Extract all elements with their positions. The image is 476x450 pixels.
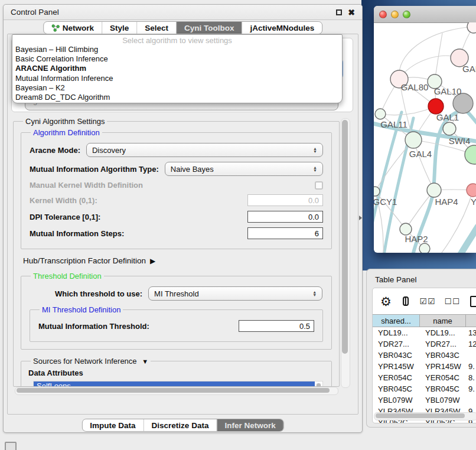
tab-select[interactable]: Select bbox=[136, 22, 176, 34]
network-node-swi4[interactable] bbox=[465, 145, 476, 164]
table-cell: 8. bbox=[466, 373, 476, 382]
document-icon[interactable] bbox=[470, 296, 476, 307]
table-cell: YBR043C bbox=[373, 351, 420, 360]
node-table: shared...name YDL19...YDL19...13YDR27...… bbox=[373, 314, 476, 423]
kernel-width-field: 0.0 bbox=[247, 194, 323, 206]
tab-label: Impute Data bbox=[90, 421, 135, 430]
split-column-icon[interactable] bbox=[403, 296, 409, 306]
collapsed-panel-icon[interactable] bbox=[5, 442, 17, 450]
mi-type-label: Mutual Information Algorithm Type: bbox=[30, 165, 159, 174]
table-cell: YBL079W bbox=[373, 396, 420, 405]
table-cell: YPR145W bbox=[420, 362, 466, 371]
which-threshold-select[interactable]: MI Threshold ▲▼ bbox=[148, 286, 322, 301]
table-row[interactable]: YDL19...YDL19...13 bbox=[373, 327, 476, 338]
mi-algorithm-type-select[interactable]: Naive Bayes ▲▼ bbox=[165, 162, 323, 176]
tab-label: Discretize Data bbox=[152, 421, 209, 430]
tab-jactivemnodules[interactable]: jActiveMNodules bbox=[242, 22, 322, 34]
network-node-gal4[interactable] bbox=[405, 132, 422, 148]
mi-threshold-field[interactable]: 0.5 bbox=[239, 320, 314, 332]
column-header-2[interactable] bbox=[466, 315, 476, 327]
hub-definition-expander[interactable]: Hub/Transcription Factor Definition ▶ bbox=[23, 256, 331, 265]
popup-item-basic-correlation-inference[interactable]: Basic Correlation Inference bbox=[12, 54, 342, 64]
tab-cyni-toolbox[interactable]: Cyni Toolbox bbox=[176, 22, 242, 34]
table-cell: YER054C bbox=[420, 373, 466, 382]
network-node[interactable] bbox=[419, 243, 430, 253]
column-header-name[interactable]: name bbox=[420, 315, 466, 327]
mi-steps-field[interactable]: 6 bbox=[247, 227, 323, 239]
table-row[interactable]: YBR043CYBR043C bbox=[373, 350, 476, 361]
popup-item-mutual-information-inference[interactable]: Mutual Information Inference bbox=[12, 74, 342, 83]
tab-label: Select bbox=[145, 24, 168, 32]
unchecked-boxes-icon[interactable]: ☐☐ bbox=[445, 297, 461, 306]
network-canvas[interactable]: GALGAL80GAL10GAL1GAL11GAL4SWI4GCY1HAP4YH… bbox=[374, 22, 476, 253]
checked-boxes-icon[interactable]: ☑☑ bbox=[420, 296, 436, 306]
popup-item-bayesian-hill-climbing[interactable]: Bayesian – Hill Climbing bbox=[12, 45, 342, 54]
table-horizontal-scrollbar[interactable] bbox=[374, 412, 476, 420]
zoom-window-icon[interactable] bbox=[403, 11, 410, 18]
popup-item-aracne-algorithm[interactable]: ARACNE Algorithm bbox=[12, 64, 342, 73]
network-node-gcy1[interactable] bbox=[374, 187, 380, 196]
data-attributes-list[interactable]: SelfLoopsTopologicalCoefficientBetweenne… bbox=[33, 381, 323, 387]
panel-collapse-arrow-icon[interactable] bbox=[359, 216, 362, 220]
network-edge[interactable] bbox=[374, 112, 402, 227]
network-node[interactable] bbox=[453, 93, 473, 113]
table-cell: YDL19... bbox=[420, 328, 466, 337]
bottom-tab-discretize-data[interactable]: Discretize Data bbox=[144, 419, 217, 431]
control-panel-titlebar: Control Panel ✖ bbox=[4, 5, 362, 20]
table-row[interactable]: YPR145WYPR145W9. bbox=[373, 361, 476, 372]
table-panel-title: Table Panel bbox=[375, 275, 417, 284]
table-cell: YDR27... bbox=[373, 340, 420, 348]
network-view-window[interactable]: GALGAL80GAL10GAL1GAL11GAL4SWI4GCY1HAP4YH… bbox=[374, 6, 476, 253]
network-node-hap2[interactable] bbox=[400, 223, 412, 235]
attribute-item-selfloops[interactable]: SelfLoops bbox=[34, 381, 315, 387]
table-cell: YER054C bbox=[373, 373, 420, 382]
mi-steps-label: Mutual Information Steps: bbox=[30, 229, 124, 238]
network-node-hap4[interactable] bbox=[427, 183, 441, 197]
aracne-mode-select[interactable]: Discovery ▲▼ bbox=[86, 143, 323, 157]
control-panel-title: Control Panel bbox=[11, 8, 59, 17]
attributes-scrollbar[interactable] bbox=[316, 383, 321, 387]
network-node-gal11[interactable] bbox=[375, 109, 386, 119]
bottom-tab-impute-data[interactable]: Impute Data bbox=[82, 419, 143, 431]
tab-label: Network bbox=[63, 24, 94, 32]
node-label-gal11: GAL11 bbox=[380, 119, 407, 129]
gear-icon[interactable]: ⚙ bbox=[380, 295, 392, 308]
network-edge[interactable] bbox=[460, 227, 476, 253]
table-row[interactable]: YER054CYER054C8. bbox=[373, 372, 476, 383]
table-row[interactable]: YBL079WYBL079W bbox=[373, 394, 476, 406]
sources-title[interactable]: Sources for Network Inference ▼ bbox=[31, 357, 151, 366]
network-node-y[interactable] bbox=[467, 184, 476, 197]
network-node[interactable] bbox=[467, 22, 476, 33]
table-cell: YBR045C bbox=[373, 384, 420, 393]
tab-label: jActiveMNodules bbox=[250, 24, 315, 32]
bottom-tab-infer-network[interactable]: Infer Network bbox=[216, 419, 283, 431]
network-node-gal1[interactable] bbox=[443, 122, 456, 135]
table-cell: 12 bbox=[466, 340, 476, 348]
manual-kernel-checkbox[interactable] bbox=[315, 181, 323, 190]
settings-vertical-scrollbar[interactable] bbox=[341, 118, 350, 388]
mi-threshold-definition-group: MI Threshold Definition Mutual Informati… bbox=[30, 305, 323, 342]
network-edge[interactable] bbox=[380, 106, 436, 115]
table-row[interactable]: YBR045CYBR045C9. bbox=[373, 383, 476, 394]
tab-network[interactable]: Network bbox=[44, 22, 102, 34]
popup-item-bayesian-k2[interactable]: Bayesian – K2 bbox=[12, 83, 342, 93]
dpi-tolerance-field[interactable]: 0.0 bbox=[247, 211, 323, 223]
column-header-shared-[interactable]: shared... bbox=[373, 315, 420, 327]
settings-group-title: Cyni Algorithm Settings bbox=[23, 117, 107, 126]
minimize-window-icon[interactable] bbox=[391, 11, 399, 18]
table-row[interactable]: YDR27...YDR27...12 bbox=[373, 338, 476, 350]
settings-horizontal-scrollbar[interactable] bbox=[15, 387, 338, 395]
aracne-mode-label: Aracne Mode: bbox=[30, 146, 80, 155]
network-window-titlebar[interactable] bbox=[374, 6, 476, 23]
close-panel-icon[interactable]: ✖ bbox=[348, 8, 355, 17]
which-threshold-label: Which threshold to use: bbox=[55, 289, 142, 298]
table-body: YDL19...YDL19...13YDR27...YDR27...12YBR0… bbox=[373, 327, 476, 423]
table-toolbar: ⚙ ☑☑ ☐☐ bbox=[373, 288, 476, 314]
cyni-toolbox-content: gal-filtered.sif default node Select alg… bbox=[7, 34, 358, 415]
table-cell: YPR145W bbox=[373, 362, 420, 371]
popup-item-dream8-dc-tdc-algorithm[interactable]: Dream8 DC_TDC Algorithm bbox=[12, 93, 342, 102]
tab-style[interactable]: Style bbox=[102, 22, 136, 34]
close-window-icon[interactable] bbox=[379, 11, 387, 18]
float-window-icon[interactable] bbox=[336, 9, 342, 15]
control-panel-tabstrip: NetworkStyleSelectCyni ToolboxjActiveMNo… bbox=[43, 21, 323, 34]
